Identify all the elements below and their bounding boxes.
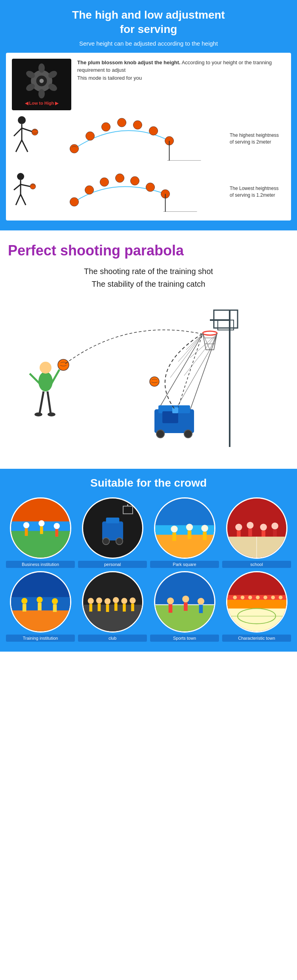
low-traj-area <box>49 172 227 212</box>
svg-point-32 <box>70 198 79 206</box>
crowd-circle-club <box>82 571 143 633</box>
svg-rect-96 <box>187 531 191 539</box>
svg-point-6 <box>38 89 45 98</box>
player1-area <box>12 114 46 163</box>
svg-point-87 <box>116 538 122 545</box>
svg-point-115 <box>36 596 42 602</box>
svg-point-65 <box>38 372 53 391</box>
svg-point-35 <box>116 174 124 182</box>
svg-point-81 <box>53 523 59 529</box>
svg-point-140 <box>197 598 204 604</box>
crowd-circle-park <box>154 497 215 559</box>
svg-point-100 <box>235 524 242 530</box>
svg-point-21 <box>149 127 158 135</box>
s2-title: Perfect shooting parabola <box>8 242 289 259</box>
svg-point-33 <box>85 186 94 194</box>
svg-rect-78 <box>25 528 28 536</box>
knob-box: ◀ Low to High ▶ <box>12 59 71 110</box>
crowd-label-training: Training institution <box>6 635 75 642</box>
svg-rect-94 <box>172 532 176 541</box>
low-trajectory-row: The Lowest heightnessof serving is 1.2me… <box>12 169 285 215</box>
svg-point-18 <box>102 123 110 131</box>
svg-line-13 <box>16 140 22 152</box>
svg-rect-130 <box>122 604 126 612</box>
svg-point-93 <box>171 525 177 532</box>
svg-point-66 <box>40 362 51 374</box>
svg-point-95 <box>186 524 192 530</box>
svg-point-147 <box>240 595 244 599</box>
svg-line-53 <box>186 334 203 350</box>
low-traj-svg <box>49 172 227 212</box>
svg-point-102 <box>247 522 253 528</box>
svg-rect-114 <box>22 604 26 612</box>
svg-point-43 <box>203 331 217 335</box>
svg-point-64 <box>150 377 159 386</box>
svg-rect-141 <box>199 604 203 613</box>
svg-point-37 <box>146 183 155 192</box>
svg-rect-111 <box>11 608 70 631</box>
crowd-item-business: Business institution <box>6 497 75 568</box>
svg-point-149 <box>256 595 260 599</box>
svg-point-117 <box>51 598 57 604</box>
player2-area <box>12 169 46 215</box>
section-height-adjustment: The high and low adjustmentfor serving S… <box>0 0 297 230</box>
crowd-label-club: club <box>78 635 147 642</box>
s1-top-row: ◀ Low to High ▶ The plum blossom knob ad… <box>12 59 285 110</box>
svg-rect-122 <box>89 604 92 612</box>
svg-point-20 <box>133 121 142 129</box>
parabola-illustration <box>8 298 289 457</box>
svg-line-27 <box>14 184 21 190</box>
svg-rect-107 <box>273 529 277 537</box>
svg-point-136 <box>167 597 173 604</box>
svg-point-60 <box>156 430 164 438</box>
crowd-label-sports: Sports town <box>150 635 219 642</box>
lowest-height-label: The Lowest heightnessof serving is 1.2me… <box>230 185 285 199</box>
svg-point-131 <box>129 597 135 603</box>
crowd-item-personal: personal <box>78 497 147 568</box>
svg-rect-137 <box>168 604 172 613</box>
section-crowd: Suitable for the crowd Bus <box>0 469 297 652</box>
svg-line-29 <box>16 194 21 205</box>
svg-point-73 <box>58 359 69 370</box>
svg-point-17 <box>86 132 95 140</box>
svg-point-104 <box>260 524 267 530</box>
s2-description: The shooting rate of the training shot T… <box>8 265 289 290</box>
svg-line-11 <box>14 128 22 136</box>
low-to-high-label: ◀ Low to High ▶ <box>25 101 59 106</box>
s1-title: The high and low adjustmentfor serving <box>6 8 291 37</box>
crowd-circle-characteristic <box>226 571 287 633</box>
crowd-item-sports: Sports town <box>150 571 219 642</box>
high-trajectory-row: The highest heightnessof serving is 2met… <box>12 114 285 163</box>
svg-point-148 <box>248 595 252 599</box>
svg-point-97 <box>201 525 208 531</box>
crowd-item-park: Park square <box>150 497 219 568</box>
svg-point-2 <box>40 79 44 83</box>
svg-line-14 <box>22 140 28 152</box>
svg-rect-139 <box>184 602 188 611</box>
svg-rect-126 <box>106 604 109 612</box>
svg-rect-85 <box>106 518 119 523</box>
crowd-label-personal: personal <box>78 561 147 568</box>
svg-point-34 <box>100 178 109 186</box>
svg-point-127 <box>112 597 118 603</box>
svg-rect-118 <box>53 604 57 612</box>
knob-description: The plum blossom knob adjust the height.… <box>77 59 285 82</box>
svg-point-25 <box>17 173 24 180</box>
svg-line-30 <box>21 194 26 205</box>
svg-point-16 <box>70 144 79 153</box>
crowd-grid: Business institution personal <box>6 497 291 642</box>
svg-point-9 <box>18 116 26 124</box>
svg-point-138 <box>182 595 189 602</box>
section-parabola: Perfect shooting parabola The shooting r… <box>0 230 297 469</box>
svg-point-150 <box>263 595 267 599</box>
svg-rect-103 <box>248 529 252 536</box>
crowd-label-business: Business institution <box>6 561 75 568</box>
svg-line-68 <box>48 391 51 413</box>
crowd-label-school: school <box>222 561 291 568</box>
svg-point-36 <box>131 176 139 185</box>
svg-rect-80 <box>40 526 43 534</box>
svg-point-77 <box>23 522 29 528</box>
svg-line-71 <box>30 374 40 384</box>
svg-point-79 <box>38 520 44 526</box>
svg-rect-128 <box>114 603 117 611</box>
